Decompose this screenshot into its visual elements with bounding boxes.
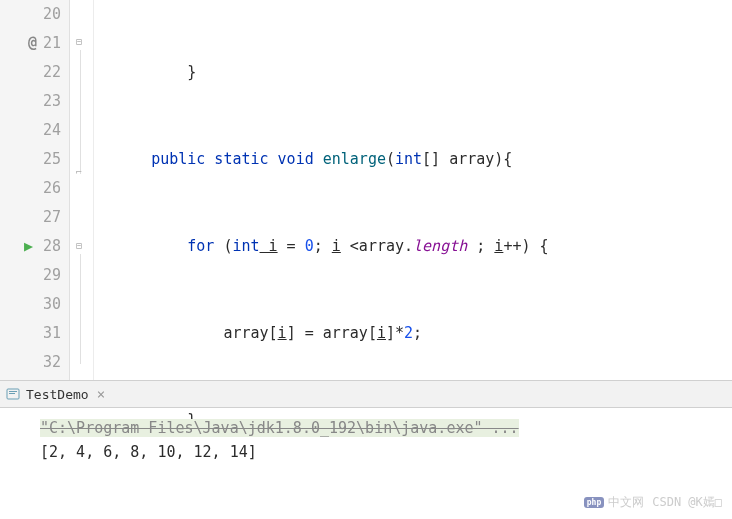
line-number: 21	[43, 29, 61, 58]
console-command: "C:\Program Files\Java\jdk1.8.0_192\bin\…	[40, 419, 519, 437]
line-number: 24	[43, 116, 61, 145]
line-gutter: 20 @21 22 23 24 25 26 27 ▶28 29 30 31 32	[0, 0, 70, 380]
line-number: 26	[43, 174, 61, 203]
svg-rect-2	[9, 393, 15, 394]
line-number: 22	[43, 58, 61, 87]
line-number: 25	[43, 145, 61, 174]
svg-rect-1	[9, 391, 17, 392]
watermark-text: 中文网	[608, 494, 644, 511]
line-number: 28	[43, 232, 61, 261]
watermark: php 中文网 CSDN @K嫣□	[584, 494, 722, 511]
line-number: 27	[43, 203, 61, 232]
watermark-csdn: CSDN @K嫣□	[652, 494, 722, 511]
modified-marker-icon: @	[28, 29, 37, 58]
fold-end-icon: ⌐	[76, 166, 82, 177]
fold-minus-icon[interactable]: ⊟	[76, 36, 82, 47]
line-number: 29	[43, 261, 61, 290]
fold-minus-icon[interactable]: ⊟	[76, 240, 82, 251]
run-config-icon	[6, 387, 20, 401]
line-number: 23	[43, 87, 61, 116]
run-tab-label[interactable]: TestDemo	[26, 387, 89, 402]
close-icon[interactable]: ×	[97, 386, 105, 402]
line-number: 32	[43, 348, 61, 377]
run-icon[interactable]: ▶	[24, 232, 33, 261]
fold-column: ⊟ ⌐ ⊟	[70, 0, 94, 380]
line-number: 31	[43, 319, 61, 348]
line-number: 20	[43, 0, 61, 29]
code-content[interactable]: } public static void enlarge(int[] array…	[94, 0, 732, 380]
code-editor[interactable]: 20 @21 22 23 24 25 26 27 ▶28 29 30 31 32…	[0, 0, 732, 380]
line-number: 30	[43, 290, 61, 319]
php-logo-icon: php	[584, 497, 604, 508]
